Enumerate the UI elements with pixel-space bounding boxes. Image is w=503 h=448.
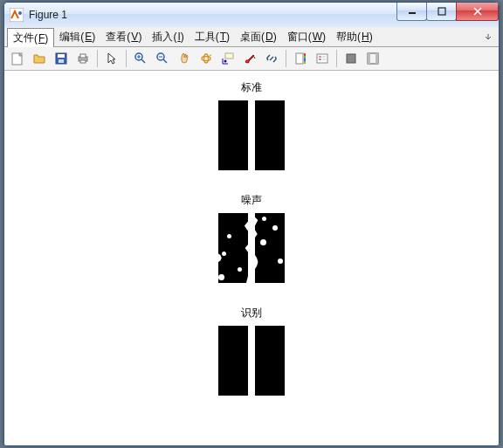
- menu-bar: 文件(F) 编辑(E) 查看(V) 插入(I) 工具(T) 桌面(D) 窗口(W…: [4, 27, 499, 47]
- new-figure-button[interactable]: [7, 48, 28, 69]
- toolbar-separator: [126, 50, 127, 67]
- menu-label: 文件: [13, 31, 34, 45]
- menu-insert[interactable]: 插入(I): [147, 27, 189, 46]
- plot-title: 识别: [241, 306, 262, 320]
- pan-button[interactable]: [174, 48, 195, 69]
- subplot-standard: 标准: [218, 80, 285, 170]
- menu-label: 帮助: [336, 30, 357, 45]
- menu-hotkey: V: [131, 31, 138, 43]
- window-controls: [397, 3, 499, 21]
- svg-rect-28: [304, 59, 306, 61]
- plot-title: 噪声: [241, 193, 262, 208]
- toolbar-separator: [286, 50, 286, 67]
- maximize-button[interactable]: [426, 3, 457, 21]
- menu-help[interactable]: 帮助(H): [331, 27, 378, 46]
- svg-rect-30: [317, 54, 327, 63]
- svg-line-12: [141, 59, 145, 63]
- svg-rect-25: [296, 53, 303, 64]
- zoom-in-button[interactable]: [130, 48, 151, 69]
- print-button[interactable]: [72, 48, 93, 69]
- toolbar: [4, 47, 499, 71]
- menu-hotkey: E: [85, 31, 92, 43]
- data-cursor-button[interactable]: [217, 48, 238, 69]
- svg-rect-37: [368, 53, 370, 64]
- plot-title: 标准: [241, 80, 262, 95]
- open-file-button[interactable]: [29, 48, 50, 69]
- svg-rect-10: [80, 60, 86, 63]
- svg-rect-3: [438, 8, 445, 15]
- svg-point-23: [224, 60, 227, 63]
- menu-tools[interactable]: 工具(T): [189, 27, 235, 46]
- svg-rect-20: [225, 53, 233, 59]
- figure-canvas: 标准 噪声: [5, 72, 498, 445]
- legend-button[interactable]: [312, 48, 333, 69]
- menu-hotkey: T: [220, 31, 226, 43]
- svg-rect-38: [376, 53, 378, 64]
- menu-label: 编辑: [59, 30, 80, 45]
- menu-hotkey: W: [313, 31, 322, 43]
- matlab-figure-icon: [10, 8, 24, 22]
- figure-window: Figure 1 文件(F) 编辑(E) 查看(V) 插入(I) 工具(T) 桌…: [3, 2, 500, 446]
- svg-rect-6: [58, 54, 65, 58]
- menu-label: 窗口: [287, 30, 308, 45]
- toolbar-separator: [336, 50, 337, 67]
- menu-hotkey: H: [362, 31, 369, 43]
- svg-line-16: [163, 59, 167, 63]
- close-button[interactable]: [456, 3, 499, 21]
- subplot-noise: 噪声: [218, 193, 285, 283]
- save-button[interactable]: [51, 48, 72, 69]
- svg-point-1: [18, 11, 22, 15]
- zoom-out-button[interactable]: [152, 48, 173, 69]
- brush-button[interactable]: [239, 48, 260, 69]
- show-plot-tools-button[interactable]: [362, 48, 383, 69]
- menu-label: 查看: [106, 30, 127, 45]
- title-bar[interactable]: Figure 1: [4, 3, 499, 27]
- menu-hotkey: D: [265, 31, 273, 43]
- menu-label: 桌面: [240, 30, 261, 45]
- menu-overflow-icon[interactable]: [480, 27, 496, 46]
- window-title: Figure 1: [29, 9, 67, 21]
- menu-window[interactable]: 窗口(W): [282, 27, 331, 46]
- toolbar-separator: [97, 50, 98, 67]
- colorbar-button[interactable]: [290, 48, 311, 69]
- rotate-button[interactable]: [196, 48, 217, 69]
- svg-rect-35: [347, 54, 355, 63]
- menu-view[interactable]: 查看(V): [100, 27, 147, 46]
- minimize-button[interactable]: [396, 3, 427, 21]
- menu-desktop[interactable]: 桌面(D): [235, 27, 282, 46]
- menu-label: 工具: [195, 30, 216, 45]
- svg-rect-7: [59, 59, 64, 63]
- plot-image-recognized[interactable]: [218, 326, 285, 396]
- plot-image-noise[interactable]: [218, 213, 285, 283]
- svg-rect-9: [80, 54, 86, 58]
- svg-point-18: [202, 57, 210, 61]
- link-plot-button[interactable]: [261, 48, 282, 69]
- menu-file[interactable]: 文件(F): [7, 28, 54, 47]
- menu-hotkey: I: [177, 31, 180, 43]
- menu-edit[interactable]: 编辑(E): [54, 27, 100, 46]
- hide-plot-tools-button[interactable]: [341, 48, 362, 69]
- menu-hotkey: F: [38, 32, 45, 45]
- menu-label: 插入: [152, 30, 173, 45]
- pointer-button[interactable]: [101, 48, 122, 69]
- svg-line-24: [270, 57, 273, 60]
- svg-rect-26: [304, 53, 306, 56]
- svg-point-19: [204, 54, 209, 63]
- plot-image-standard[interactable]: [218, 100, 285, 170]
- subplot-recognized: 识别: [218, 306, 285, 396]
- svg-rect-27: [304, 56, 306, 59]
- svg-rect-29: [304, 61, 306, 64]
